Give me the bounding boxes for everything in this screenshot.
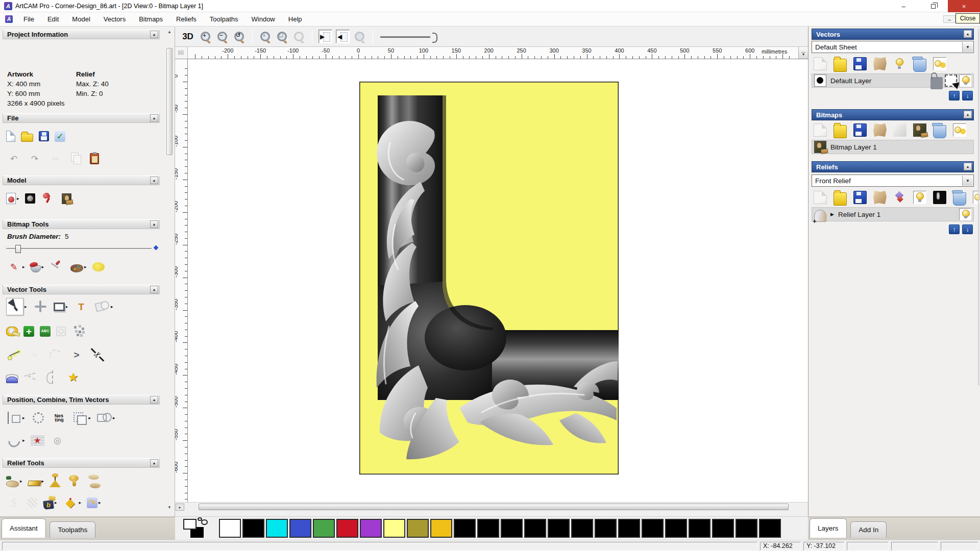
vector-layer-row[interactable]: Default Layer	[812, 73, 974, 88]
redo-icon[interactable]: ↷	[27, 151, 42, 166]
sketch-polyline-icon[interactable]: ≈	[27, 347, 42, 362]
zoom-fit-icon[interactable]: □	[276, 30, 289, 43]
load-bitmap-image-icon[interactable]	[62, 193, 71, 204]
collapse-button[interactable]: ▲	[150, 459, 158, 467]
flyout-arrow-icon[interactable]: ▸	[22, 264, 25, 269]
show-all-bitmap-layers-icon[interactable]	[953, 123, 966, 137]
tab-assistant[interactable]: Assistant	[2, 518, 46, 538]
palette-swatch-3[interactable]	[289, 519, 311, 538]
emboss-relief-icon[interactable]: b	[43, 500, 54, 510]
block-copy-rotate-icon[interactable]	[72, 410, 88, 425]
palette-swatch-22[interactable]	[736, 519, 757, 538]
palette-swatch-1[interactable]	[242, 519, 264, 538]
menu-vectors[interactable]: Vectors	[97, 13, 132, 25]
offset-relief-icon[interactable]: ◆	[63, 495, 78, 510]
weld-vectors-icon[interactable]	[96, 410, 112, 425]
document-icon[interactable]: A	[5, 15, 13, 23]
tab-add-in[interactable]: Add In	[850, 521, 887, 538]
measure-tool-icon[interactable]	[6, 327, 18, 336]
merge-relief-layers-icon[interactable]	[873, 191, 887, 204]
text-on-curve-icon[interactable]	[31, 410, 46, 425]
menu-reliefs[interactable]: Reliefs	[169, 13, 203, 25]
brush-diameter-slider[interactable]	[6, 245, 152, 252]
zoom-window-icon[interactable]: ▫	[259, 30, 272, 43]
lock-layer-icon[interactable]	[930, 77, 943, 89]
relief-from-image-icon[interactable]	[6, 193, 16, 204]
scroll-up-button[interactable]: ▲	[165, 28, 174, 36]
palette-swatch-20[interactable]	[689, 519, 710, 538]
model-options-icon[interactable]: ✓	[55, 131, 65, 142]
vector-texture-star-icon[interactable]: ★	[65, 369, 81, 385]
relief-select[interactable]: Front Relief ▼	[812, 174, 974, 187]
zoom-out-icon[interactable]: −	[216, 30, 229, 43]
restore-button[interactable]	[918, 0, 948, 12]
palette-swatch-7[interactable]	[383, 519, 405, 538]
palette-swatch-21[interactable]	[712, 519, 734, 538]
flyout-arrow-icon[interactable]: ▸	[113, 415, 115, 420]
save-model-icon[interactable]	[39, 131, 49, 141]
undo-icon[interactable]: ↶	[6, 151, 21, 166]
scroll-corner-button[interactable]: ▸	[176, 504, 184, 511]
tab-toolpaths[interactable]: Toolpaths	[50, 521, 95, 538]
canvas-h-scrollbar[interactable]: ▸	[175, 502, 808, 511]
dropdown-arrow-icon[interactable]: ▼	[962, 176, 973, 186]
preview-relief-layer-icon[interactable]	[353, 30, 366, 43]
flyout-arrow-icon[interactable]: ▸	[17, 196, 19, 201]
bitmap-fill-icon[interactable]	[92, 262, 105, 271]
palette-swatch-14[interactable]	[548, 519, 570, 538]
relief-layer-name[interactable]: Relief Layer 1	[838, 211, 880, 218]
move-layer-down-button[interactable]: ↓	[962, 224, 973, 234]
palette-swatch-19[interactable]	[665, 519, 687, 538]
flyout-arrow-icon[interactable]: ▸	[24, 304, 27, 309]
menu-toolpaths[interactable]: Toolpaths	[203, 13, 245, 25]
delete-relief-layer-icon[interactable]	[953, 192, 966, 206]
assistant-scrollbar[interactable]: ▲ ▼	[165, 28, 174, 513]
palette-swatch-11[interactable]	[477, 519, 499, 538]
envelope-distortion-icon[interactable]	[94, 299, 110, 314]
bitmap-layer-name[interactable]: Bitmap Layer 1	[830, 143, 877, 151]
new-model-icon[interactable]	[6, 131, 15, 142]
create-rectangle-icon[interactable]	[54, 303, 65, 311]
zoom-selected-icon[interactable]	[292, 30, 306, 43]
create-shape-icon[interactable]: +	[23, 326, 34, 337]
tab-layers[interactable]: Layers	[810, 518, 847, 538]
palette-swatch-6[interactable]	[360, 519, 382, 538]
fit-arcs-icon[interactable]	[48, 347, 63, 362]
view-3d-icon[interactable]: 3D	[180, 29, 195, 44]
toggle-vector-visibility-icon[interactable]	[893, 57, 906, 70]
copy-bitmap-layer-icon[interactable]	[913, 123, 926, 137]
move-layer-up-button[interactable]: ↑	[949, 91, 960, 101]
save-vector-layer-icon[interactable]	[853, 57, 867, 70]
palette-swatch-16[interactable]	[595, 519, 617, 538]
open-relief-file-icon[interactable]	[834, 192, 847, 206]
paint-brush-icon[interactable]: ✎	[6, 259, 21, 274]
zero-rest-relief-icon[interactable]	[27, 481, 41, 486]
greyscale-preview-icon[interactable]	[933, 191, 946, 204]
zoom-in-icon[interactable]: +	[199, 30, 212, 43]
layer-colour-swatch[interactable]	[814, 74, 826, 87]
slider-handle[interactable]	[15, 245, 21, 253]
flyout-arrow-icon[interactable]: ▸	[42, 479, 44, 484]
texture-weave-icon[interactable]	[27, 497, 38, 508]
vector-texture-icon[interactable]: ★	[31, 435, 44, 446]
create-polyline-icon[interactable]	[6, 347, 21, 362]
collapse-button[interactable]: ▲	[150, 114, 158, 122]
smooth-relief-icon[interactable]: S	[6, 495, 21, 510]
layer-visibility-icon[interactable]	[959, 74, 971, 87]
palette-swatch-8[interactable]	[407, 519, 429, 538]
toggle-vector-view-icon[interactable]: ◀	[336, 30, 350, 43]
palette-swatch-2[interactable]	[266, 519, 288, 538]
create-arc-icon[interactable]: >	[69, 347, 84, 362]
flyout-arrow-icon[interactable]: ▸	[22, 438, 25, 443]
sheet-select[interactable]: Default Sheet ▼	[812, 41, 974, 53]
collapse-button[interactable]: ▲	[150, 396, 158, 404]
bitmap-layer-row[interactable]: Bitmap Layer 1	[812, 140, 974, 154]
palette-swatch-23[interactable]	[759, 519, 781, 538]
colour-palette-icon[interactable]	[70, 264, 83, 272]
palette-swatch-9[interactable]	[430, 519, 452, 538]
dropdown-arrow-icon[interactable]: ▼	[962, 42, 973, 52]
collapse-button[interactable]: ▲	[150, 177, 158, 184]
flyout-arrow-icon[interactable]: ▸	[42, 264, 44, 269]
select-vectors-icon[interactable]	[6, 298, 23, 315]
transform-vectors-icon[interactable]	[33, 299, 48, 314]
